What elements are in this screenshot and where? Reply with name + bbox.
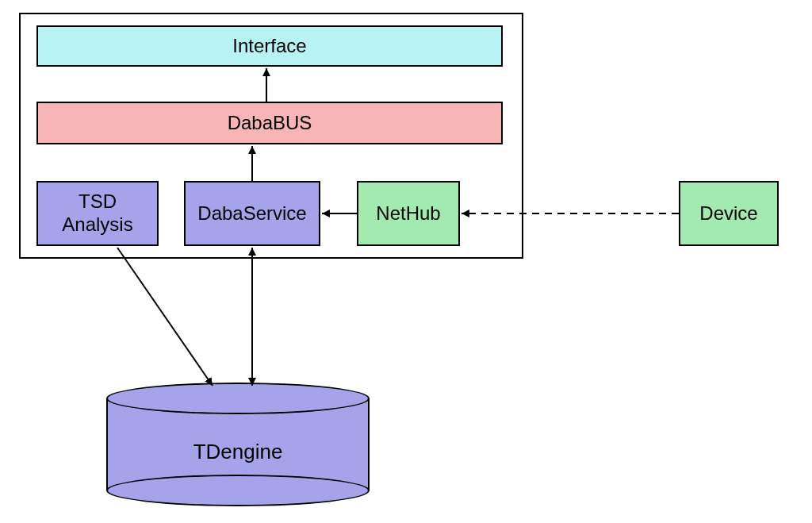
device-label: Device [699, 202, 757, 225]
dabaservice-block: DabaService [184, 181, 320, 246]
tdengine-cyl-bottom [106, 475, 370, 506]
dababus-block: DabaBUS [36, 102, 503, 144]
tdengine-cylinder: TDengine [106, 383, 370, 506]
device-block: Device [679, 181, 779, 246]
tsd-analysis-label: TSD Analysis [62, 190, 132, 237]
tdengine-label: TDengine [106, 440, 370, 464]
tdengine-cyl-top [106, 383, 370, 414]
interface-block: Interface [36, 25, 503, 67]
dababus-label: DabaBUS [228, 112, 312, 135]
tsd-analysis-block: TSD Analysis [36, 181, 159, 246]
nethub-label: NetHub [376, 202, 440, 225]
arrow-tsd-tdengine [117, 248, 213, 386]
dabaservice-label: DabaService [197, 202, 306, 225]
interface-label: Interface [232, 35, 306, 58]
nethub-block: NetHub [357, 181, 460, 246]
